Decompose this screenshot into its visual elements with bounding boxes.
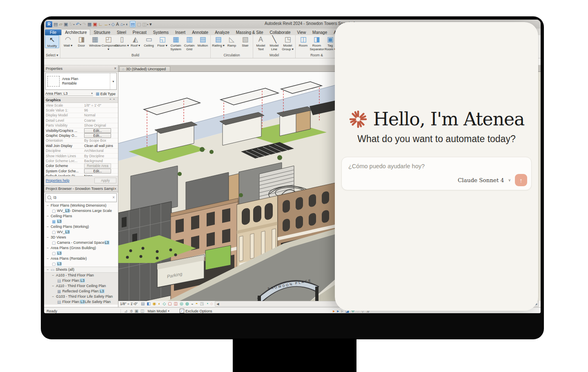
property-row[interactable]: Display ModelNormal (44, 113, 118, 118)
property-row[interactable]: Show Hidden LinesBy Discipline (44, 154, 118, 158)
tree-item[interactable]: −A103 - Third Floor Plan (44, 273, 118, 278)
property-row[interactable]: Graphic Display O...Edit... (44, 133, 118, 138)
tool-ceiling[interactable]: ▭Ceiling (142, 35, 156, 47)
revit-logo[interactable]: R (46, 21, 52, 27)
thin-lines-icon[interactable]: ▤ (130, 21, 136, 27)
tree-item[interactable]: −Floor Plans (Working Dimensions) (44, 203, 118, 208)
expand-toggle[interactable]: − (47, 246, 51, 250)
tree-item[interactable]: −Area Plans (Gross Building) (44, 245, 118, 251)
tool-roof[interactable]: ◭Roof ▾ (129, 35, 142, 47)
tree-item[interactable]: ▢WV_L3 (44, 229, 118, 235)
tool-curtain-system[interactable]: ▦Curtain System (169, 35, 183, 51)
tab-precast[interactable]: Precast (129, 29, 150, 35)
clear-search-icon[interactable]: × (112, 195, 115, 200)
select-underlay-icon[interactable]: ▸ (337, 309, 339, 314)
tree-item[interactable]: −G103 - Third Floor Life Safety Plan (44, 294, 118, 299)
tool-wall[interactable]: ◠Wall ▾ (61, 35, 75, 47)
tree-item[interactable]: ▢L3 (44, 251, 118, 256)
apply-button[interactable]: Apply (94, 178, 116, 183)
switch-windows-icon[interactable]: ◫ (143, 21, 147, 27)
switch-windows-icon-drop[interactable]: ▾ (147, 23, 148, 26)
tab-architecture[interactable]: Architecture (61, 29, 90, 35)
tab-file[interactable]: File (45, 29, 61, 35)
expand-toggle[interactable]: − (47, 203, 51, 207)
edit-button[interactable]: Edit... (84, 169, 111, 174)
reveal-hidden-icon[interactable]: ◍ (185, 301, 189, 306)
expand-toggle[interactable]: − (52, 273, 56, 277)
collapse-icons[interactable]: ⌃⌃ (109, 98, 116, 102)
property-row[interactable]: Color SchemeRentable Area (44, 164, 118, 169)
tab-massing-site[interactable]: Massing & Site (233, 29, 267, 35)
section-icon[interactable]: ◐ (126, 21, 129, 27)
tree-item[interactable]: −A110 - Third Floor Ceiling Plan (44, 283, 118, 289)
tab-collaborate[interactable]: Collaborate (266, 29, 294, 35)
open-icon[interactable]: ▱ (59, 21, 62, 27)
active-workset-label[interactable]: Main Model (147, 309, 167, 313)
property-row[interactable]: Color Scheme Loc...Background (44, 158, 118, 163)
undo-icon[interactable]: ↶ (76, 21, 80, 27)
graphics-section-header[interactable]: Graphics ⌃⌃ (44, 97, 118, 103)
tree-item[interactable]: ▤Floor Plan: L3 (44, 278, 118, 283)
tool-door[interactable]: ◨Door (75, 35, 88, 47)
tree-item[interactable]: −3D Views (44, 235, 118, 240)
tab-view[interactable]: View (294, 29, 310, 35)
tool-model-group[interactable]: ◳Model Group ▾ (281, 35, 294, 51)
tool-stair[interactable]: ▧Stair (238, 35, 252, 47)
tab-manage[interactable]: Manage (309, 29, 330, 35)
tool-curtain-grid[interactable]: ▥Curtain Grid (183, 35, 196, 51)
tool-room-separator[interactable]: ◨Room Separator (310, 35, 323, 51)
project-browser-header[interactable]: Project Browser - Snowdon Towers Sample … (44, 186, 118, 192)
tree-item[interactable]: ▦Reflected Ceiling Plan: L3 (44, 289, 118, 294)
expand-toggle[interactable]: − (47, 225, 51, 229)
tree-item[interactable]: −▭Sheets (all) (44, 267, 118, 273)
select-links-icon[interactable]: ▸ (333, 309, 335, 314)
transfer-icon[interactable]: ▣ (93, 21, 97, 27)
save-icon[interactable]: ▣ (64, 21, 68, 27)
tab-annotate[interactable]: Annotate (189, 29, 212, 35)
text-icon[interactable]: A (116, 21, 119, 27)
measure-icon[interactable]: ∟ (98, 21, 103, 27)
property-row[interactable]: Wall Join DisplayClean all wall joins (44, 143, 118, 148)
temporary-hide-icon[interactable]: ◎ (180, 301, 183, 306)
tab-analyze[interactable]: Analyze (212, 29, 233, 35)
chevron-down-icon[interactable]: ▼ (167, 310, 170, 312)
tree-item[interactable]: ▤Floor Plan: L3 Life Safety Plan (44, 299, 118, 305)
aligned-dimension-icon-drop[interactable]: ▾ (109, 23, 110, 26)
view-selector[interactable]: Area Plan: L3▼ (45, 91, 93, 96)
show-crop-icon[interactable]: ◫ (174, 301, 178, 306)
scroll-left-icon[interactable]: ◀ (215, 302, 220, 306)
visual-style-icon[interactable]: ◧ (147, 301, 150, 306)
property-row[interactable]: Visibility/Graphics ...Edit... (44, 128, 118, 133)
default-3d-view-icon[interactable]: ⌂ (120, 21, 123, 27)
property-row[interactable]: Default Analysis Di...None (44, 174, 118, 176)
send-button[interactable]: ↑ (515, 174, 527, 186)
properties-header[interactable]: Properties × (44, 65, 118, 72)
property-row[interactable]: OrientationBy Scope Box (44, 138, 118, 143)
view-tab-3d-shaded-uncropped[interactable]: ⌂ 3D (Shaded) Uncropped (119, 66, 170, 71)
reveal-constraints-icon[interactable]: ◌ (210, 301, 213, 306)
tool-railing[interactable]: ▤Railing ▾ (212, 35, 225, 47)
expand-toggle[interactable]: − (52, 284, 56, 288)
sync-icon-drop[interactable]: ▾ (74, 23, 75, 26)
highlight-displacement-icon[interactable]: ◔ (206, 301, 208, 306)
tool-model-text[interactable]: AModel Text (254, 35, 267, 51)
expand-toggle[interactable]: − (47, 267, 51, 272)
edit-button[interactable]: Edit... (84, 128, 111, 133)
property-row[interactable]: Detail LevelCoarse (44, 118, 118, 123)
tool-column[interactable]: ▯Column ▾ (115, 35, 129, 47)
sketchy-lines-icon[interactable]: ◇ (163, 301, 166, 306)
worksharing-display-icon[interactable]: ◒ (191, 301, 194, 306)
properties-help-link[interactable]: Properties help (46, 178, 69, 183)
undo-icon-drop[interactable]: ▾ (80, 23, 81, 26)
aligned-dimension-icon[interactable]: ↔ (104, 21, 109, 27)
design-options-icon[interactable]: ◫ (140, 309, 144, 314)
property-row[interactable]: Parts VisibilityShow Original (44, 123, 118, 128)
tree-item[interactable]: −Ceiling Plans (44, 214, 118, 219)
tree-item[interactable]: −Area Plans (Rentable) (44, 256, 118, 261)
worksets-icon[interactable]: ▣ (134, 309, 138, 314)
search-input[interactable] (53, 195, 111, 200)
tab-steel[interactable]: Steel (114, 29, 129, 35)
exclude-options-checkbox[interactable]: ✓ (180, 309, 184, 313)
property-row[interactable]: System Color Sche...Edit... (44, 169, 118, 174)
tab-systems[interactable]: Systems (150, 29, 172, 35)
